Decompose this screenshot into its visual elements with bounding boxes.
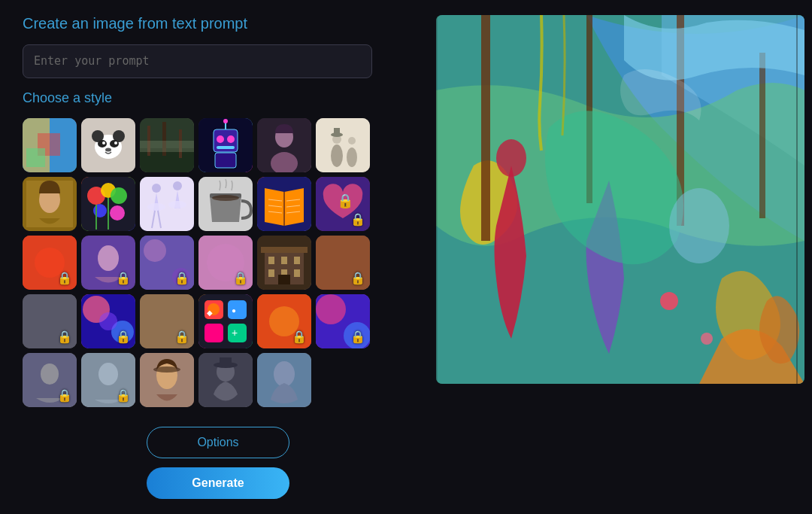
svg-point-135 [660, 292, 678, 310]
svg-text:◆: ◆ [207, 309, 213, 317]
svg-point-8 [98, 140, 107, 148]
svg-text:+: + [232, 327, 238, 339]
style-cell-s29[interactable] [257, 353, 311, 407]
style-cell-s9[interactable] [140, 177, 194, 231]
style-cell-s24[interactable]: 🔒 [316, 294, 370, 348]
lock-icon-s25: 🔒 [57, 388, 72, 403]
svg-point-12 [105, 148, 111, 152]
style-cell-s28[interactable] [198, 353, 253, 407]
lock-icon-s18: 🔒 [350, 271, 365, 285]
lock-icon-s24: 🔒 [350, 330, 365, 344]
svg-point-51 [147, 203, 165, 211]
svg-rect-125 [220, 357, 232, 366]
lock-icon-s20: 🔒 [116, 330, 131, 344]
style-cell-s20[interactable]: 🔒 [81, 294, 135, 348]
svg-point-134 [496, 139, 526, 177]
svg-point-10 [102, 141, 105, 144]
options-button[interactable]: Options [147, 427, 289, 458]
svg-point-127 [274, 361, 295, 387]
svg-point-22 [227, 135, 235, 143]
style-cell-s18[interactable]: 🔒 [316, 236, 370, 290]
lock-icon-s19: 🔒 [57, 330, 72, 344]
svg-rect-133 [759, 53, 765, 218]
style-cell-s2[interactable] [81, 118, 135, 172]
style-cell-s4[interactable] [198, 118, 253, 172]
style-cell-s15[interactable]: 🔒 [140, 236, 194, 290]
svg-rect-83 [268, 257, 274, 264]
style-cell-s1[interactable] [23, 118, 77, 172]
lock-icon-s26: 🔒 [116, 388, 131, 403]
svg-point-11 [114, 141, 117, 144]
generated-image [436, 15, 804, 384]
style-cell-s21[interactable]: 🔒 [140, 294, 194, 348]
svg-point-75 [144, 239, 166, 262]
svg-rect-102 [228, 300, 247, 319]
svg-point-118 [98, 363, 118, 385]
svg-point-21 [217, 135, 224, 143]
style-cell-s5[interactable] [257, 118, 311, 172]
svg-point-121 [153, 366, 180, 373]
style-cell-s10[interactable] [198, 177, 253, 231]
svg-rect-30 [316, 118, 370, 172]
svg-rect-18 [140, 141, 194, 152]
style-cell-s25[interactable]: 🔒 [23, 353, 77, 407]
svg-rect-88 [294, 269, 300, 277]
svg-point-34 [348, 137, 356, 144]
style-cell-s3[interactable] [140, 118, 194, 172]
buttons-row: Options Generate [23, 427, 414, 499]
svg-point-113 [316, 294, 346, 324]
svg-point-44 [93, 204, 107, 217]
svg-rect-85 [294, 257, 300, 264]
svg-text:●: ● [232, 306, 236, 315]
style-cell-s13[interactable]: 🔒 [23, 236, 77, 290]
svg-rect-3 [26, 148, 45, 167]
svg-point-31 [331, 144, 343, 167]
left-panel: Create an image from text prompt Choose … [23, 15, 414, 499]
svg-text:🔒: 🔒 [337, 193, 354, 209]
svg-point-33 [347, 148, 357, 167]
style-cell-s12[interactable]: 🔒 🔒 [316, 177, 370, 231]
svg-point-45 [110, 205, 125, 221]
lock-icon-s21: 🔒 [174, 330, 189, 344]
lock-icon-s12: 🔒 [350, 212, 365, 227]
generate-button[interactable]: Generate [147, 467, 289, 499]
right-panel [436, 15, 804, 499]
lock-icon-s13: 🔒 [57, 271, 72, 285]
prompt-input[interactable] [23, 44, 372, 78]
svg-rect-82 [261, 247, 308, 253]
style-cell-s14[interactable]: 🔒 [81, 236, 135, 290]
svg-rect-86 [268, 269, 274, 277]
style-cell-s26[interactable]: 🔒 [81, 353, 135, 407]
svg-point-50 [173, 181, 182, 190]
svg-rect-23 [217, 146, 235, 149]
style-cell-s11[interactable] [257, 177, 311, 231]
style-cell-s19[interactable]: 🔒 [23, 294, 77, 348]
svg-rect-104 [205, 324, 223, 342]
svg-point-9 [110, 140, 119, 148]
style-cell-s8[interactable] [81, 177, 135, 231]
style-label: Choose a style [23, 90, 414, 106]
style-grid: 🔒 🔒 🔒 🔒 [23, 118, 414, 407]
style-cell-s17[interactable] [257, 236, 311, 290]
svg-point-25 [223, 119, 228, 123]
svg-rect-36 [334, 128, 340, 135]
page-title: Create an image from text prompt [23, 15, 414, 32]
style-cell-s22[interactable]: + ◆ ● [198, 294, 253, 348]
lock-icon-s14: 🔒 [116, 271, 131, 285]
style-cell-s7[interactable] [23, 177, 77, 231]
lock-icon-s23: 🔒 [292, 330, 307, 344]
svg-point-72 [98, 245, 119, 271]
svg-rect-84 [281, 257, 287, 264]
lock-icon-s15: 🔒 [174, 271, 189, 285]
svg-rect-26 [215, 153, 236, 168]
style-cell-s27[interactable] [140, 353, 194, 407]
style-cell-s6[interactable] [316, 118, 370, 172]
style-cell-s16[interactable]: 🔒 [198, 236, 253, 290]
svg-point-49 [152, 184, 161, 193]
svg-point-137 [669, 188, 729, 263]
svg-point-116 [41, 363, 59, 385]
svg-point-136 [701, 333, 713, 345]
lock-icon-s16: 🔒 [233, 271, 248, 285]
svg-point-97 [99, 312, 117, 330]
style-cell-s23[interactable]: 🔒 [257, 294, 311, 348]
